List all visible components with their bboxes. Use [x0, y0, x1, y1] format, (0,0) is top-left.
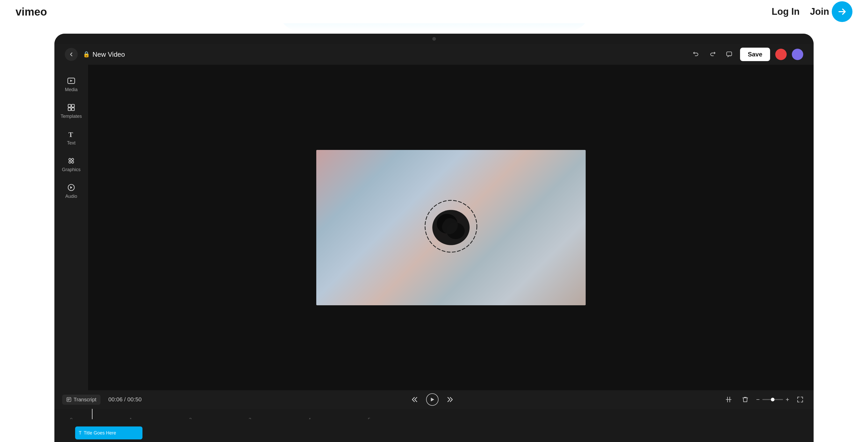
- rewind-button[interactable]: [411, 396, 418, 403]
- graphics-icon: [67, 157, 75, 165]
- vimeo-logo: vimeo: [16, 5, 52, 18]
- templates-label: Templates: [61, 114, 82, 119]
- svg-point-10: [69, 161, 71, 163]
- transcript-label: Transcript: [73, 397, 96, 403]
- time-display: 00:06 / 00:50: [108, 396, 142, 403]
- media-label: Media: [65, 87, 78, 92]
- editor-title-group: 🔒 New Video: [83, 51, 125, 59]
- audio-label: Audio: [65, 194, 77, 199]
- svg-rect-4: [71, 104, 74, 107]
- audio-icon: [67, 183, 75, 192]
- editor-topbar: 🔒 New Video: [54, 44, 814, 65]
- templates-icon: [67, 103, 75, 112]
- sidebar-item-templates[interactable]: Templates: [57, 99, 86, 123]
- playback-controls: [147, 393, 718, 406]
- top-navigation: vimeo Log In Join: [0, 0, 868, 23]
- svg-point-8: [69, 158, 71, 161]
- editor-sidebar: Media Templates: [54, 65, 88, 390]
- play-button[interactable]: [426, 393, 438, 406]
- video-editor: 🔒 New Video: [54, 44, 814, 442]
- video-title[interactable]: New Video: [92, 51, 125, 59]
- paint-blob: [415, 192, 487, 260]
- laptop-topbar: [54, 34, 814, 44]
- split-button[interactable]: [723, 394, 734, 405]
- nav-right: Log In Join: [772, 1, 852, 22]
- svg-rect-6: [71, 108, 74, 110]
- undo-button[interactable]: [690, 49, 702, 60]
- editor-main: Media Templates: [54, 65, 814, 390]
- lock-icon: 🔒: [83, 51, 90, 58]
- video-preview: [316, 150, 586, 305]
- timeline-tracks: T Title Goes Here: [54, 419, 814, 442]
- timeline-playhead: [92, 409, 92, 419]
- transcript-badge[interactable]: Transcript: [62, 394, 100, 405]
- sidebar-item-text[interactable]: T Text: [57, 126, 86, 150]
- svg-rect-3: [68, 104, 71, 107]
- laptop-camera: [432, 37, 436, 41]
- skip-forward-button[interactable]: [446, 396, 454, 403]
- svg-point-11: [71, 161, 73, 163]
- timeline-right-controls: − +: [723, 394, 806, 405]
- time-current: 00:06: [108, 396, 123, 403]
- svg-text:vimeo: vimeo: [16, 6, 47, 18]
- title-clip[interactable]: T Title Goes Here: [75, 427, 143, 439]
- avatar-purple: [792, 49, 803, 60]
- timeline-controls: Transcript 00:06 / 00:50: [54, 390, 814, 409]
- sidebar-item-graphics[interactable]: Graphics: [57, 153, 86, 177]
- join-group: Join: [810, 1, 852, 22]
- laptop-frame: 🔒 New Video: [54, 34, 814, 442]
- editor-topbar-right: Save: [690, 48, 803, 61]
- sidebar-item-audio[interactable]: Audio: [57, 179, 86, 203]
- save-button[interactable]: Save: [740, 48, 770, 61]
- zoom-control: − +: [756, 396, 789, 403]
- editor-timeline: Transcript 00:06 / 00:50: [54, 390, 814, 442]
- delete-button[interactable]: [740, 394, 751, 405]
- time-total: 00:50: [127, 396, 142, 403]
- join-label: Join: [810, 6, 829, 17]
- zoom-out-icon[interactable]: −: [756, 396, 760, 403]
- redo-button[interactable]: [707, 49, 718, 60]
- svg-rect-5: [68, 108, 71, 110]
- editor-canvas: [88, 65, 814, 390]
- media-icon: [67, 77, 75, 85]
- back-button[interactable]: [65, 48, 78, 61]
- join-button[interactable]: [832, 1, 852, 22]
- zoom-in-icon[interactable]: +: [786, 396, 789, 403]
- title-clip-text: Title Goes Here: [84, 430, 116, 436]
- avatar-red: [775, 49, 787, 60]
- svg-text:T: T: [68, 131, 73, 138]
- text-icon: T: [67, 130, 75, 138]
- sidebar-item-media[interactable]: Media: [57, 72, 86, 97]
- comment-button[interactable]: [723, 49, 735, 60]
- zoom-track[interactable]: [762, 399, 783, 400]
- svg-rect-1: [726, 52, 732, 56]
- zoom-thumb: [771, 398, 774, 401]
- svg-point-13: [70, 187, 72, 188]
- expand-button[interactable]: [795, 394, 806, 405]
- time-separator: /: [124, 396, 127, 403]
- title-clip-icon: T: [79, 430, 82, 436]
- video-background: [316, 150, 586, 305]
- login-link[interactable]: Log In: [772, 6, 800, 17]
- text-label: Text: [67, 140, 75, 146]
- editor-topbar-left: 🔒 New Video: [65, 48, 125, 61]
- graphics-label: Graphics: [62, 167, 81, 172]
- timeline-ruler: 0 1 2 3 4 5: [54, 409, 814, 419]
- svg-point-9: [71, 158, 73, 161]
